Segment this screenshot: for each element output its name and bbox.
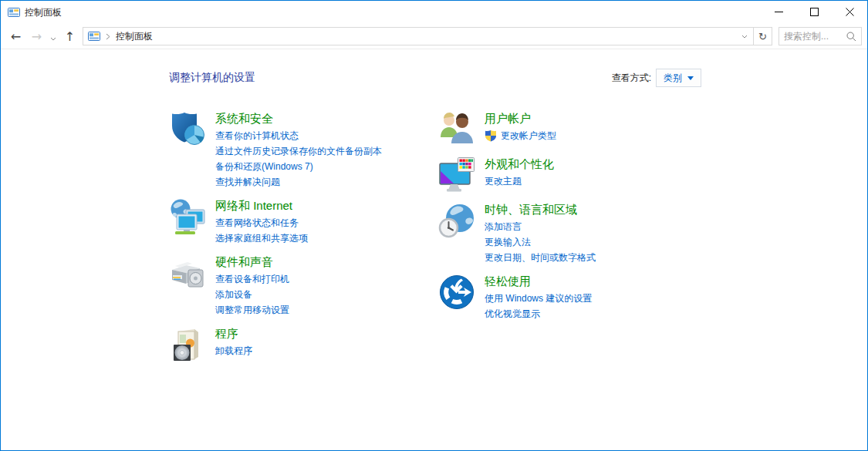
minimize-button[interactable] [761,1,796,24]
network-globe-icon[interactable] [169,198,206,235]
control-panel-window: 控制面板 ← → [0,0,868,451]
category-title-link[interactable]: 轻松使用 [485,273,592,289]
category-task-link[interactable]: 更改主题 [485,173,554,189]
category-body: 程序 卸载程序 [215,325,252,363]
category-title-link[interactable]: 网络和 Internet [215,197,308,214]
category-task-link[interactable]: 查看你的计算机状态 [215,128,382,143]
task-link-label: 优化视觉显示 [485,306,540,321]
category-title-link[interactable]: 硬件和声音 [215,254,289,270]
search-box [778,27,862,45]
minimize-icon [775,7,783,19]
category-title-link[interactable]: 系统和安全 [215,110,382,126]
category-task-links: 卸载程序 [215,343,252,358]
category-body: 轻松使用 使用 Windows 建议的设置优化视觉显示 [485,273,592,321]
control-panel-icon [88,30,100,42]
chevron-down-icon [50,29,56,44]
category-title-link[interactable]: 外观和个性化 [485,156,554,172]
category-item: 时钟、语言和区域 添加语言更换输入法更改日期、时间或数字格式 [438,201,867,265]
category-task-link[interactable]: 通过文件历史记录保存你的文件备份副本 [215,143,382,159]
category-task-link[interactable]: 查找并解决问题 [215,174,382,190]
category-task-link[interactable]: 查看网络状态和任务 [215,215,308,231]
task-link-label: 备份和还原(Windows 7) [215,159,313,174]
category-task-link[interactable]: 使用 Windows 建议的设置 [485,291,592,306]
recent-pages-dropdown[interactable] [47,26,59,46]
close-icon [846,7,854,19]
categories-right: 用户帐户 更改帐户类型 外观和个性化 更改主题 [438,110,867,329]
category-task-link[interactable]: 选择家庭组和共享选项 [215,231,308,246]
task-link-label: 添加语言 [485,219,522,234]
category-task-link[interactable]: 更改帐户类型 [485,128,556,143]
view-by: 查看方式: 类别 [612,69,701,87]
category-task-links: 添加语言更换输入法更改日期、时间或数字格式 [485,219,596,265]
category-title-link[interactable]: 用户帐户 [485,110,556,126]
forward-button[interactable]: → [26,26,47,46]
category-task-links: 查看设备和打印机添加设备调整常用移动设置 [215,271,289,318]
ease-of-access-icon[interactable] [438,274,475,311]
security-shield-icon[interactable] [169,111,206,148]
breadcrumb[interactable]: 控制面板 [116,30,153,43]
category-task-links: 更改主题 [485,173,554,189]
categories: 系统和安全 查看你的计算机状态通过文件历史记录保存你的文件备份副本备份和还原(W… [1,110,867,371]
view-by-label: 查看方式: [612,72,651,85]
navigation-toolbar: ← → ↑ 控制面板 [1,24,867,49]
task-link-label: 选择家庭组和共享选项 [215,231,308,246]
category-task-link[interactable]: 更改日期、时间或数字格式 [485,250,596,265]
address-bar[interactable]: 控制面板 [83,27,754,45]
categories-left: 系统和安全 查看你的计算机状态通过文件历史记录保存你的文件备份副本备份和还原(W… [169,110,438,371]
category-task-links: 更改帐户类型 [485,128,556,143]
appearance-monitor-icon[interactable] [438,157,475,194]
task-link-label: 更改帐户类型 [501,128,556,143]
category-body: 网络和 Internet 查看网络状态和任务选择家庭组和共享选项 [215,197,308,246]
page-title: 调整计算机的设置 [169,71,255,85]
view-by-dropdown[interactable]: 类别 [656,69,701,87]
address-dropdown-button[interactable] [736,35,753,39]
task-link-label: 查看网络状态和任务 [215,215,299,231]
program-box-icon[interactable] [169,326,206,363]
uac-shield-icon [485,130,497,142]
clock-globe-icon[interactable] [438,202,475,239]
category-task-links: 查看网络状态和任务选择家庭组和共享选项 [215,215,308,246]
search-input[interactable] [779,31,846,42]
close-button[interactable] [832,1,867,24]
category-item: 外观和个性化 更改主题 [438,156,867,194]
task-link-label: 查找并解决问题 [215,174,280,190]
category-body: 硬件和声音 查看设备和打印机添加设备调整常用移动设置 [215,254,289,318]
category-task-link[interactable]: 卸载程序 [215,343,252,358]
task-link-label: 更改主题 [485,173,522,189]
category-body: 外观和个性化 更改主题 [485,156,554,194]
breadcrumb-chevron-icon[interactable] [106,33,110,40]
category-title-link[interactable]: 时钟、语言和区域 [485,201,596,217]
category-item: 用户帐户 更改帐户类型 [438,110,867,148]
category-title-link[interactable]: 程序 [215,325,252,342]
category-task-link[interactable]: 查看设备和打印机 [215,271,289,287]
view-by-value: 类别 [664,72,682,85]
category-task-link[interactable]: 调整常用移动设置 [215,302,289,318]
title-bar: 控制面板 [1,1,867,24]
search-icon[interactable] [846,32,856,42]
category-body: 用户帐户 更改帐户类型 [485,110,556,148]
task-link-label: 查看你的计算机状态 [215,128,299,143]
control-panel-icon [8,6,20,19]
category-task-links: 查看你的计算机状态通过文件历史记录保存你的文件备份副本备份和还原(Windows… [215,128,382,190]
category-body: 系统和安全 查看你的计算机状态通过文件历史记录保存你的文件备份副本备份和还原(W… [215,110,382,190]
printer-hardware-icon[interactable] [169,254,206,291]
task-link-label: 更改日期、时间或数字格式 [485,250,596,265]
window-title: 控制面板 [25,6,62,19]
category-item: 系统和安全 查看你的计算机状态通过文件历史记录保存你的文件备份副本备份和还原(W… [169,110,438,190]
control-panel-home: 调整计算机的设置 查看方式: 类别 系统和安全 查看你的计算机状态通过文件历史记… [1,49,867,450]
category-task-link[interactable]: 更换输入法 [485,234,596,250]
category-task-link[interactable]: 添加语言 [485,219,596,234]
up-button[interactable]: ↑ [59,26,80,46]
category-task-link[interactable]: 优化视觉显示 [485,306,592,321]
maximize-button[interactable] [796,1,832,24]
home-header: 调整计算机的设置 查看方式: 类别 [1,69,867,87]
category-body: 时钟、语言和区域 添加语言更换输入法更改日期、时间或数字格式 [485,201,596,265]
task-link-label: 更换输入法 [485,234,531,250]
category-task-link[interactable]: 添加设备 [215,287,289,302]
user-accounts-icon[interactable] [438,111,475,148]
refresh-button[interactable]: ↻ [754,27,772,45]
category-item: 轻松使用 使用 Windows 建议的设置优化视觉显示 [438,273,867,321]
category-task-links: 使用 Windows 建议的设置优化视觉显示 [485,291,592,321]
back-button[interactable]: ← [5,26,26,46]
category-task-link[interactable]: 备份和还原(Windows 7) [215,159,382,174]
